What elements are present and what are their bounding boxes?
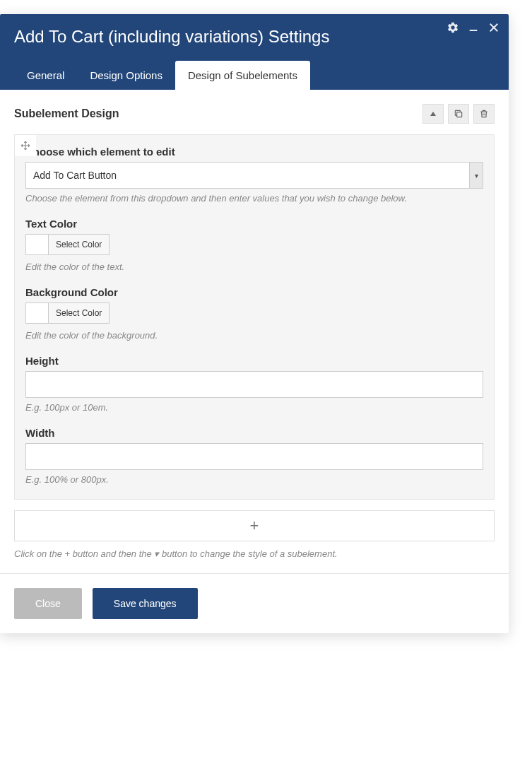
modal-footer: Close Save changes [0,573,509,633]
width-help: E.g. 100% or 800px. [25,474,483,485]
width-label: Width [25,427,483,439]
subelement-panel: Choose which element to edit ▾ Choose th… [14,134,495,500]
height-label: Height [25,355,483,367]
section-title: Subelement Design [14,107,119,120]
add-row-button[interactable]: + [14,510,495,541]
tab-general[interactable]: General [14,61,77,90]
text-color-swatch[interactable] [26,235,49,254]
svg-marker-3 [430,112,436,116]
tab-bar: General Design Options Design of Subelem… [14,61,495,90]
gear-icon[interactable] [447,21,459,37]
move-handle-icon[interactable] [15,135,36,156]
svg-rect-4 [457,112,462,117]
background-color-swatch[interactable] [26,303,49,323]
background-color-help: Edit the color of the background. [25,330,483,341]
choose-element-label: Choose which element to edit [25,146,483,158]
text-color-help: Edit the color of the text. [25,261,483,272]
plus-icon: + [250,517,259,535]
choose-element-help: Choose the element from this dropdown an… [25,193,483,204]
duplicate-button[interactable] [448,104,469,124]
window-controls [447,21,500,37]
background-color-select-button[interactable]: Select Color [49,303,109,323]
tab-design-options[interactable]: Design Options [77,61,175,90]
background-color-picker: Select Color [25,302,110,324]
text-color-select-button[interactable]: Select Color [49,235,109,254]
delete-button[interactable] [473,104,495,124]
close-button[interactable]: Close [14,588,82,619]
section-header: Subelement Design [14,104,495,124]
tab-design-subelements[interactable]: Design of Subelements [175,61,310,90]
add-row-help: Click on the + button and then the ▾ but… [14,548,495,559]
close-icon[interactable] [487,21,500,37]
text-color-label: Text Color [25,218,483,230]
save-changes-button[interactable]: Save changes [93,588,198,619]
height-help: E.g. 100px or 10em. [25,402,483,413]
text-color-picker: Select Color [25,234,110,255]
minimize-icon[interactable] [468,22,479,36]
modal-header: Add To Cart (including variations) Setti… [0,14,509,90]
section-actions [422,104,495,124]
modal-title: Add To Cart (including variations) Setti… [14,27,495,47]
height-input[interactable] [25,371,483,398]
choose-element-select[interactable] [25,162,483,189]
width-input[interactable] [25,443,483,470]
settings-modal: Add To Cart (including variations) Setti… [0,14,509,633]
modal-body: Subelement Design Choose which element t… [0,90,509,573]
background-color-label: Background Color [25,286,483,298]
collapse-button[interactable] [422,104,444,124]
